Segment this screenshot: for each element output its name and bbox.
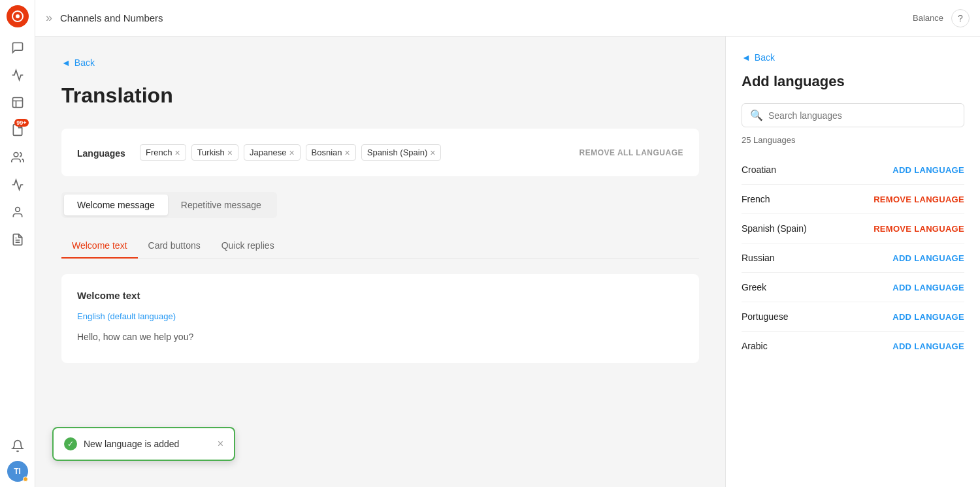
search-box: 🔍 <box>742 103 964 127</box>
tab-welcome-message[interactable]: Welcome message <box>64 195 168 215</box>
language-count: 25 Languages <box>742 135 964 145</box>
list-item-spanish: Spanish (Spain) REMOVE LANGUAGE <box>742 214 964 244</box>
sidebar-item-reports[interactable] <box>5 227 30 252</box>
sidebar-item-broadcast[interactable] <box>5 63 30 87</box>
user-avatar[interactable]: TI <box>7 461 28 482</box>
app-logo[interactable] <box>7 5 29 27</box>
add-arabic-button[interactable]: ADD LANGUAGE <box>892 341 964 351</box>
add-russian-button[interactable]: ADD LANGUAGE <box>892 253 964 263</box>
welcome-section: Welcome text English (default language) … <box>61 274 699 363</box>
back-chevron-icon: ◄ <box>61 57 71 68</box>
toast-success-icon: ✓ <box>64 437 77 450</box>
balance-label: Balance <box>913 13 943 23</box>
avatar-status-dot <box>23 477 28 482</box>
svg-point-3 <box>14 153 18 157</box>
sidebar-item-contacts[interactable] <box>5 200 30 225</box>
list-item-portuguese: Portuguese ADD LANGUAGE <box>742 302 964 332</box>
lang-tag-spanish: Spanish (Spain) × <box>361 144 442 161</box>
languages-card: Languages French × Turkish × Japanese × <box>61 129 699 176</box>
sidebar: 99+ TI <box>0 0 35 487</box>
topbar: » Channels and Numbers Balance ? <box>35 0 980 37</box>
back-link[interactable]: ◄ Back <box>61 57 699 68</box>
add-croatian-button[interactable]: ADD LANGUAGE <box>892 165 964 175</box>
sidebar-item-chat[interactable] <box>5 35 30 60</box>
remove-spanish-panel-button[interactable]: REMOVE LANGUAGE <box>874 224 964 234</box>
list-item-croatian: Croatian ADD LANGUAGE <box>742 155 964 185</box>
remove-bosnian-button[interactable]: × <box>345 148 350 157</box>
add-portuguese-button[interactable]: ADD LANGUAGE <box>892 312 964 322</box>
panel-back-link[interactable]: ◄ Back <box>742 52 964 63</box>
search-icon: 🔍 <box>750 109 763 121</box>
list-item-russian: Russian ADD LANGUAGE <box>742 244 964 273</box>
message-tabs: Welcome message Repetitive message <box>61 192 277 218</box>
remove-french-button[interactable]: × <box>174 148 180 157</box>
sidebar-item-team[interactable] <box>5 145 30 170</box>
svg-rect-2 <box>12 98 22 108</box>
languages-label: Languages <box>77 144 129 159</box>
sub-tabs: Welcome text Card buttons Quick replies <box>61 234 699 259</box>
right-panel: ◄ Back Add languages 🔍 25 Languages Croa… <box>725 37 980 487</box>
lang-tag-bosnian: Bosnian × <box>306 144 356 161</box>
tab-quick-replies[interactable]: Quick replies <box>211 234 285 259</box>
sidebar-item-inbox[interactable]: 99+ <box>5 118 30 142</box>
welcome-text-value: Hello, how can we help you? <box>77 326 683 347</box>
expand-icon[interactable]: » <box>46 11 52 25</box>
lang-tag-french: French × <box>140 144 186 161</box>
svg-point-4 <box>15 208 20 212</box>
panel-title: Add languages <box>742 73 964 90</box>
toast-close-button[interactable]: × <box>218 439 223 449</box>
list-item-french: French REMOVE LANGUAGE <box>742 185 964 214</box>
remove-french-panel-button[interactable]: REMOVE LANGUAGE <box>874 195 964 204</box>
languages-tags: French × Turkish × Japanese × Bosnian × <box>140 144 568 161</box>
sidebar-item-analytics[interactable] <box>5 172 30 197</box>
panel-back-chevron-icon: ◄ <box>742 52 751 63</box>
help-button[interactable]: ? <box>951 9 970 27</box>
remove-japanese-button[interactable]: × <box>289 148 294 157</box>
toast-notification: ✓ New language is added × <box>52 427 235 461</box>
remove-all-button[interactable]: REMOVE ALL LANGUAGE <box>579 144 683 157</box>
add-greek-button[interactable]: ADD LANGUAGE <box>892 283 964 292</box>
english-label: English (default language) <box>77 311 683 321</box>
list-item-arabic: Arabic ADD LANGUAGE <box>742 332 964 360</box>
svg-point-1 <box>16 14 20 18</box>
sidebar-item-campaigns[interactable] <box>5 90 30 115</box>
right-panel-inner: ◄ Back Add languages 🔍 25 Languages Croa… <box>726 37 980 487</box>
tab-repetitive-message[interactable]: Repetitive message <box>168 195 274 215</box>
remove-turkish-button[interactable]: × <box>227 148 233 157</box>
welcome-section-title: Welcome text <box>77 290 683 301</box>
remove-spanish-button[interactable]: × <box>430 148 435 157</box>
tab-welcome-text[interactable]: Welcome text <box>61 234 138 259</box>
inbox-badge: 99+ <box>14 119 28 127</box>
list-item-greek: Greek ADD LANGUAGE <box>742 273 964 302</box>
main-content: ◄ Back Translation Languages French × Tu… <box>35 37 725 487</box>
language-list: Croatian ADD LANGUAGE French REMOVE LANG… <box>742 155 964 360</box>
search-languages-input[interactable] <box>768 110 956 121</box>
toast-message: New language is added <box>84 439 211 449</box>
languages-row: Languages French × Turkish × Japanese × <box>77 144 683 161</box>
tab-card-buttons[interactable]: Card buttons <box>138 234 211 259</box>
lang-tag-japanese: Japanese × <box>244 144 301 161</box>
main-wrapper: ◄ Back Translation Languages French × Tu… <box>35 37 980 487</box>
sidebar-item-notifications[interactable] <box>5 433 30 458</box>
lang-tag-turkish: Turkish × <box>191 144 238 161</box>
page-breadcrumb: Channels and Numbers <box>60 12 163 24</box>
page-title: Translation <box>61 84 699 108</box>
